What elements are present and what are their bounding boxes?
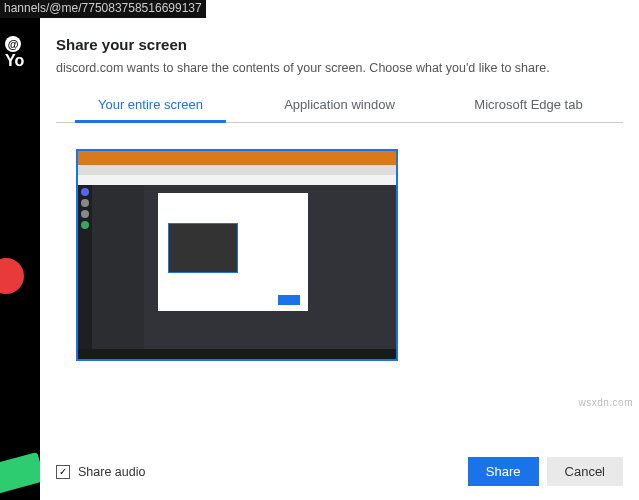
- thumb-body: [78, 185, 396, 349]
- thumb-channel-list: [92, 185, 144, 349]
- thumb-tabstrip: [78, 165, 396, 175]
- thumb-server-icon: [81, 199, 89, 207]
- share-screen-dialog: Share your screen discord.com wants to s…: [40, 18, 639, 500]
- thumb-server-icon: [81, 221, 89, 229]
- thumb-taskbar: [78, 349, 396, 359]
- dialog-footer: ✓ Share audio Share Cancel: [56, 447, 623, 486]
- share-audio-label: Share audio: [78, 465, 145, 479]
- checkbox-icon: ✓: [56, 465, 70, 479]
- thumb-main-area: [144, 185, 396, 349]
- background-green-shape: [0, 452, 40, 494]
- hangup-icon: [0, 258, 24, 294]
- thumb-addressbar: [78, 175, 396, 185]
- background-url-bar: hannels/@me/775083758516699137: [0, 0, 206, 18]
- thumb-nested-dialog: [158, 193, 308, 311]
- at-icon: @: [5, 36, 21, 52]
- thumb-server-icon: [81, 188, 89, 196]
- cancel-button[interactable]: Cancel: [547, 457, 623, 486]
- tab-edge-tab[interactable]: Microsoft Edge tab: [434, 91, 623, 122]
- background-header: @Yo: [5, 34, 40, 70]
- thumb-sidebar: [78, 185, 92, 349]
- preview-area: [56, 123, 623, 447]
- background-header-text: Yo: [5, 52, 24, 69]
- share-button[interactable]: Share: [468, 457, 539, 486]
- dialog-description: discord.com wants to share the contents …: [56, 61, 623, 75]
- source-tabs: Your entire screen Application window Mi…: [56, 91, 623, 123]
- screen-thumbnail[interactable]: [76, 149, 398, 361]
- share-audio-checkbox[interactable]: ✓ Share audio: [56, 465, 145, 479]
- thumb-titlebar: [78, 151, 396, 165]
- background-discord-strip: @Yo: [0, 0, 40, 500]
- tab-application-window[interactable]: Application window: [245, 91, 434, 122]
- dialog-title: Share your screen: [56, 36, 623, 53]
- thumb-server-icon: [81, 210, 89, 218]
- tab-entire-screen[interactable]: Your entire screen: [56, 91, 245, 122]
- watermark: wsxdn.com: [578, 397, 633, 408]
